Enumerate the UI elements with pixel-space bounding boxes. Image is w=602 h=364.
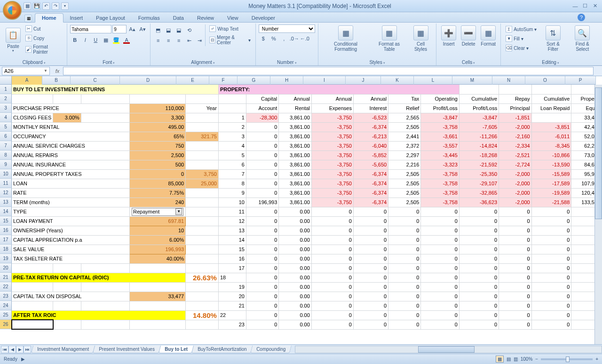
- office-button[interactable]: [3, 1, 22, 20]
- wrap-text-button[interactable]: ⤶Wrap Text: [207, 24, 253, 33]
- select-all-button[interactable]: [0, 76, 12, 85]
- col-header-O[interactable]: O: [525, 76, 565, 85]
- row-header-15[interactable]: 15: [0, 216, 12, 226]
- find-select-button[interactable]: 🔍Find & Select: [568, 24, 597, 53]
- selected-cell[interactable]: [12, 320, 53, 329]
- minimize-icon[interactable]: —: [571, 3, 579, 9]
- zoom-level[interactable]: 100%: [521, 356, 533, 362]
- percent-button[interactable]: %: [269, 34, 278, 43]
- vertical-scrollbar[interactable]: [594, 85, 602, 355]
- view-normal-icon[interactable]: ▦: [496, 356, 504, 363]
- row-header-21[interactable]: 21: [0, 273, 12, 282]
- grow-font-button[interactable]: A▴: [127, 24, 137, 34]
- row-header-13[interactable]: 13: [0, 198, 12, 207]
- shrink-font-button[interactable]: A▾: [138, 24, 147, 34]
- row-header-18[interactable]: 18: [0, 245, 12, 254]
- horizontal-scrollbar[interactable]: [295, 346, 602, 353]
- row-header-16[interactable]: 16: [0, 226, 12, 235]
- number-format-combo[interactable]: Number: [259, 24, 315, 33]
- align-top-button[interactable]: ⬒: [153, 25, 163, 35]
- align-center-button[interactable]: ≡: [164, 36, 173, 45]
- autosum-button[interactable]: ΣAutoSum ▾: [504, 25, 539, 33]
- font-name-combo[interactable]: [70, 25, 111, 33]
- row-header-25[interactable]: 25: [0, 310, 12, 320]
- delete-cells-button[interactable]: ➖Delete: [459, 24, 478, 47]
- row-header-17[interactable]: 17: [0, 235, 12, 245]
- zoom-out-button[interactable]: −: [535, 356, 538, 362]
- col-header-N[interactable]: N: [492, 76, 525, 85]
- row-header-3[interactable]: 3: [0, 103, 12, 113]
- row-header-9[interactable]: 9: [0, 160, 12, 169]
- row-header-10[interactable]: 10: [0, 169, 12, 179]
- format-as-table-button[interactable]: ▦Format as Table: [371, 24, 407, 53]
- tab-formulas[interactable]: Formulas: [132, 14, 166, 22]
- bold-button[interactable]: B: [70, 35, 79, 45]
- comma-button[interactable]: ,: [279, 34, 289, 43]
- indent-dec-button[interactable]: ⇤: [184, 36, 194, 45]
- view-layout-icon[interactable]: ▤: [507, 356, 511, 362]
- col-header-K[interactable]: K: [381, 76, 414, 85]
- cell-styles-button[interactable]: ▦Cell Styles: [408, 24, 433, 53]
- indent-inc-button[interactable]: ⇥: [195, 36, 204, 45]
- row-header-1[interactable]: 1: [0, 85, 12, 94]
- col-header-J[interactable]: J: [346, 76, 381, 85]
- worksheet-grid[interactable]: ABCDEFGHIJKLMNOP 12345678910111213141516…: [0, 76, 602, 355]
- font-size-combo[interactable]: [112, 25, 127, 33]
- fill-button[interactable]: ▼Fill ▾: [504, 34, 539, 43]
- underline-button[interactable]: U: [91, 35, 100, 45]
- border-button[interactable]: ▦: [101, 35, 111, 45]
- conditional-formatting-button[interactable]: ▦Conditional Formatting: [321, 24, 370, 53]
- tab-review[interactable]: Review: [190, 14, 221, 22]
- help-icon[interactable]: ?: [578, 14, 585, 21]
- row-header-23[interactable]: 23: [0, 292, 12, 301]
- col-header-G[interactable]: G: [238, 76, 270, 85]
- view-break-icon[interactable]: ▥: [514, 356, 518, 362]
- zoom-in-button[interactable]: +: [595, 356, 598, 362]
- col-header-F[interactable]: F: [209, 76, 238, 85]
- align-right-button[interactable]: ≡: [174, 36, 183, 45]
- row-header-26[interactable]: 26: [0, 320, 12, 329]
- tab-next-icon[interactable]: ▶: [16, 346, 24, 353]
- excel-doc-icon[interactable]: ▦: [24, 15, 32, 22]
- tab-developer[interactable]: Developer: [245, 14, 282, 22]
- col-header-A[interactable]: A: [12, 76, 42, 85]
- paste-button[interactable]: 📋Paste▾: [4, 27, 23, 54]
- copy-button[interactable]: ⎘Copy: [24, 34, 64, 42]
- row-header-7[interactable]: 7: [0, 141, 12, 150]
- row-header-6[interactable]: 6: [0, 132, 12, 141]
- zoom-slider[interactable]: [541, 358, 593, 360]
- col-header-B[interactable]: B: [42, 76, 71, 85]
- tab-first-icon[interactable]: ⏮: [1, 346, 8, 353]
- sort-filter-button[interactable]: ⇅Sort & Filter: [539, 24, 566, 53]
- col-header-H[interactable]: H: [270, 76, 303, 85]
- name-box[interactable]: A26▼: [2, 67, 50, 75]
- font-color-button[interactable]: A: [122, 35, 131, 45]
- sheet-tab-1[interactable]: Present Investment Values: [93, 346, 161, 353]
- format-cells-button[interactable]: ▦Format: [479, 24, 498, 47]
- row-header-11[interactable]: 11: [0, 179, 12, 188]
- row-header-20[interactable]: 20: [0, 263, 12, 273]
- save-icon[interactable]: 💾: [33, 2, 40, 10]
- fx-icon[interactable]: fx: [52, 68, 63, 74]
- type-dropdown[interactable]: Repayment▼: [132, 208, 183, 216]
- col-header-I[interactable]: I: [303, 76, 346, 85]
- row-header-14[interactable]: 14: [0, 207, 12, 216]
- qat-dropdown-icon[interactable]: ▾: [61, 2, 69, 10]
- align-bottom-button[interactable]: ⬓: [174, 25, 183, 35]
- tab-prev-icon[interactable]: ◀: [8, 346, 16, 353]
- row-header-5[interactable]: 5: [0, 122, 12, 132]
- close-icon[interactable]: ✕: [591, 3, 599, 9]
- clear-button[interactable]: ⌫Clear ▾: [504, 44, 539, 52]
- align-left-button[interactable]: ≡: [153, 36, 163, 45]
- tab-last-icon[interactable]: ⏭: [24, 346, 31, 353]
- orientation-button[interactable]: ⟲: [184, 25, 194, 35]
- sheet-tab-4[interactable]: Compounding: [250, 346, 292, 353]
- undo-icon[interactable]: ↶: [42, 2, 50, 10]
- format-painter-button[interactable]: 🖌Format Painter: [24, 43, 64, 55]
- col-header-L[interactable]: L: [414, 76, 452, 85]
- formula-bar[interactable]: [63, 67, 594, 75]
- redo-icon[interactable]: ↷: [52, 2, 59, 10]
- merge-center-button[interactable]: ⊟Merge & Center ▾: [207, 34, 253, 46]
- col-header-M[interactable]: M: [452, 76, 492, 85]
- row-header-2[interactable]: 2: [0, 94, 12, 103]
